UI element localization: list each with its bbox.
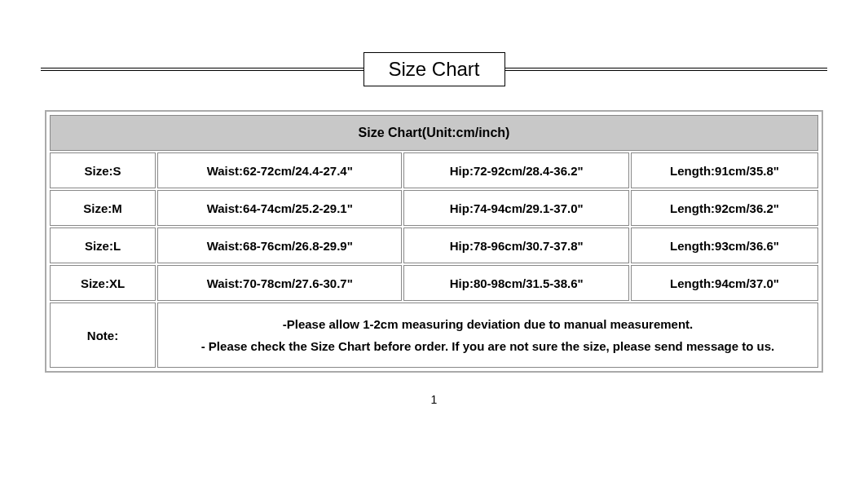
- table-title: Size Chart(Unit:cm/inch): [50, 115, 818, 151]
- waist-cell: Waist:68-76cm/26.8-29.9": [157, 227, 402, 263]
- size-cell: Size:L: [50, 227, 156, 263]
- size-chart-table-wrap: Size Chart(Unit:cm/inch) Size:S Waist:62…: [45, 110, 823, 373]
- length-cell: Length:92cm/36.2": [631, 190, 818, 226]
- hip-cell: Hip:78-96cm/30.7-37.8": [403, 227, 629, 263]
- note-label: Note:: [50, 303, 156, 368]
- length-cell: Length:94cm/37.0": [631, 265, 818, 301]
- table-row: Size:L Waist:68-76cm/26.8-29.9" Hip:78-9…: [50, 227, 818, 263]
- header-title: Size Chart: [363, 52, 504, 86]
- table-note-row: Note: -Please allow 1-2cm measuring devi…: [50, 303, 818, 368]
- waist-cell: Waist:62-72cm/24.4-27.4": [157, 152, 402, 188]
- size-chart-table: Size Chart(Unit:cm/inch) Size:S Waist:62…: [48, 113, 820, 369]
- size-cell: Size:M: [50, 190, 156, 226]
- table-row: Size:XL Waist:70-78cm/27.6-30.7" Hip:80-…: [50, 265, 818, 301]
- length-cell: Length:93cm/36.6": [631, 227, 818, 263]
- note-line1: -Please allow 1-2cm measuring deviation …: [166, 313, 809, 335]
- hip-cell: Hip:72-92cm/28.4-36.2": [403, 152, 629, 188]
- page-number: 1: [0, 393, 868, 406]
- table-row: Size:M Waist:64-74cm/25.2-29.1" Hip:74-9…: [50, 190, 818, 226]
- size-cell: Size:S: [50, 152, 156, 188]
- table-row: Size:S Waist:62-72cm/24.4-27.4" Hip:72-9…: [50, 152, 818, 188]
- note-text: -Please allow 1-2cm measuring deviation …: [157, 303, 818, 368]
- size-cell: Size:XL: [50, 265, 156, 301]
- hip-cell: Hip:80-98cm/31.5-38.6": [403, 265, 629, 301]
- table-header-row: Size Chart(Unit:cm/inch): [50, 115, 818, 151]
- hip-cell: Hip:74-94cm/29.1-37.0": [403, 190, 629, 226]
- note-line2: - Please check the Size Chart before ord…: [166, 335, 809, 357]
- waist-cell: Waist:64-74cm/25.2-29.1": [157, 190, 402, 226]
- waist-cell: Waist:70-78cm/27.6-30.7": [157, 265, 402, 301]
- header-divider: Size Chart: [41, 49, 827, 90]
- length-cell: Length:91cm/35.8": [631, 152, 818, 188]
